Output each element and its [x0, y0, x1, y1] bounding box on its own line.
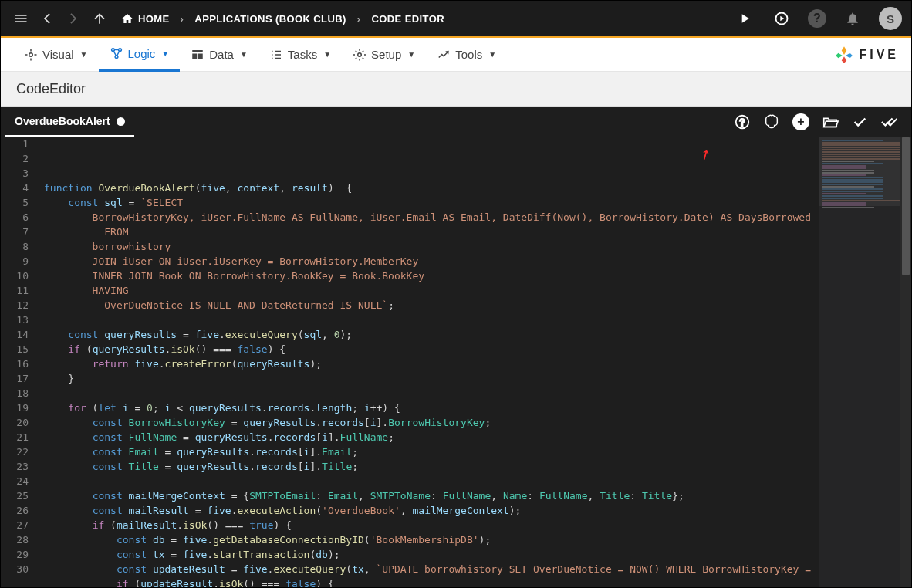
page-subheader: CodeEditor — [1, 72, 911, 107]
code-line[interactable]: } — [44, 371, 819, 386]
code-line[interactable]: const Email = queryResults.records[i].Em… — [44, 444, 819, 459]
deploy-icon[interactable] — [771, 8, 792, 29]
logo-text: FIVE — [859, 48, 899, 62]
code-line[interactable]: BorrowHistoryKey, iUser.FullName AS Full… — [44, 210, 819, 225]
tab-setup[interactable]: Setup▼ — [342, 38, 426, 72]
main-tabs: Visual▼Logic▼Data▼Tasks▼Setup▼Tools▼ FIV… — [1, 38, 911, 72]
minimap[interactable] — [819, 137, 911, 587]
editor-tabs: OverdueBookAlert ? + — [1, 107, 911, 137]
code-line[interactable]: if (updateResult.isOk() === false) { — [44, 576, 819, 587]
tab-logic[interactable]: Logic▼ — [99, 38, 181, 72]
code-line[interactable]: FROM — [44, 225, 819, 239]
code-line[interactable]: return five.createError(queryResults); — [44, 357, 819, 371]
chevron-right-icon: › — [357, 13, 361, 25]
code-line[interactable]: borrowhistory — [44, 239, 819, 254]
code-line[interactable]: const BorrowHistoryKey = queryResults.re… — [44, 415, 819, 430]
code-line[interactable]: if (queryResults.isOk() === false) { — [44, 342, 819, 357]
code-line[interactable]: const tx = five.startTransaction(db); — [44, 547, 819, 562]
brand-logo: FIVE — [834, 45, 899, 65]
breadcrumb-home[interactable]: HOME — [121, 12, 170, 25]
code-area[interactable]: 1234567891011121314151617181920212223242… — [1, 137, 911, 587]
help-icon[interactable]: ? — [808, 9, 826, 28]
code-editor: OverdueBookAlert ? + 1234567891011121314… — [1, 107, 911, 587]
svg-point-1 — [29, 52, 33, 56]
tab-label: Visual — [42, 48, 74, 61]
code-line[interactable] — [44, 474, 819, 488]
code-line[interactable]: HAVING — [44, 283, 819, 298]
tab-label: Setup — [371, 48, 401, 61]
breadcrumb-apps[interactable]: APPLICATIONS (BOOK CLUB) — [194, 13, 346, 25]
code-line[interactable]: const queryResults = five.executeQuery(s… — [44, 327, 819, 342]
scrollbar-thumb[interactable] — [902, 137, 910, 275]
code-line[interactable]: for (let i = 0; i < queryResults.records… — [44, 400, 819, 415]
code-line[interactable]: const mailResult = five.executeAction('O… — [44, 503, 819, 518]
code-line[interactable]: const db = five.getDatabaseConnectionByI… — [44, 532, 819, 547]
code-line[interactable]: const Title = queryResults.records[i].Ti… — [44, 459, 819, 474]
code-line[interactable]: const mailMergeContext = {SMTPToEmail: E… — [44, 488, 819, 503]
code-line[interactable]: function OverdueBookAlert(five, context,… — [44, 181, 819, 195]
code-line[interactable]: INNER JOIN Book ON BorrowHistory.BookKey… — [44, 269, 819, 283]
check-single-icon[interactable] — [851, 113, 868, 130]
code-line[interactable] — [44, 386, 819, 400]
svg-text:?: ? — [739, 117, 745, 128]
tab-visual[interactable]: Visual▼ — [13, 38, 99, 72]
hamburger-icon[interactable] — [10, 8, 32, 29]
bell-icon[interactable] — [842, 8, 863, 29]
breadcrumb-editor[interactable]: CODE EDITOR — [371, 13, 444, 25]
help-editor-icon[interactable]: ? — [734, 113, 751, 130]
code-line[interactable]: const updateResult = five.executeQuery(t… — [44, 562, 819, 576]
svg-point-5 — [358, 52, 362, 56]
dirty-indicator-icon — [117, 117, 125, 126]
code-line[interactable]: const sql = `SELECT — [44, 195, 819, 210]
annotation-arrow-icon: ↗ — [696, 144, 712, 162]
editor-file-tab[interactable]: OverdueBookAlert — [5, 107, 134, 137]
file-tab-label: OverdueBookAlert — [15, 115, 110, 127]
tab-label: Logic — [128, 47, 156, 60]
vertical-scrollbar[interactable] — [900, 137, 911, 587]
code-line[interactable]: JOIN iUser ON iUser.iUserKey = BorrowHis… — [44, 254, 819, 269]
page-title: CodeEditor — [16, 81, 86, 97]
code-line[interactable]: OverDueNotice IS NULL AND DateReturned I… — [44, 298, 819, 313]
code-line[interactable]: const FullName = queryResults.records[i]… — [44, 430, 819, 444]
code-lines[interactable]: ↗ function OverdueBookAlert(five, contex… — [38, 137, 819, 587]
line-gutter: 1234567891011121314151617181920212223242… — [1, 137, 38, 587]
tab-label: Data — [209, 48, 234, 61]
chevron-right-icon: › — [181, 13, 184, 25]
tab-data[interactable]: Data▼ — [180, 38, 258, 72]
brain-icon[interactable] — [763, 113, 780, 130]
open-folder-icon[interactable] — [822, 113, 839, 130]
play-icon[interactable] — [734, 8, 755, 29]
forward-icon — [62, 8, 84, 29]
tab-tasks[interactable]: Tasks▼ — [258, 38, 342, 72]
check-all-icon[interactable] — [880, 113, 897, 130]
breadcrumb: HOME › APPLICATIONS (BOOK CLUB) › CODE E… — [121, 12, 444, 25]
tab-tools[interactable]: Tools▼ — [426, 38, 507, 72]
code-line[interactable]: if (mailResult.isOk() === true) { — [44, 518, 819, 532]
home-label: HOME — [138, 13, 170, 25]
back-icon[interactable] — [36, 8, 58, 29]
up-icon[interactable] — [89, 8, 110, 29]
avatar[interactable]: S — [879, 7, 902, 30]
tab-label: Tools — [455, 48, 482, 61]
code-line[interactable] — [44, 313, 819, 327]
top-bar: HOME › APPLICATIONS (BOOK CLUB) › CODE E… — [1, 1, 911, 38]
home-icon — [121, 12, 133, 25]
logo-icon — [834, 45, 854, 65]
add-icon[interactable]: + — [792, 113, 809, 130]
tab-label: Tasks — [288, 48, 317, 61]
